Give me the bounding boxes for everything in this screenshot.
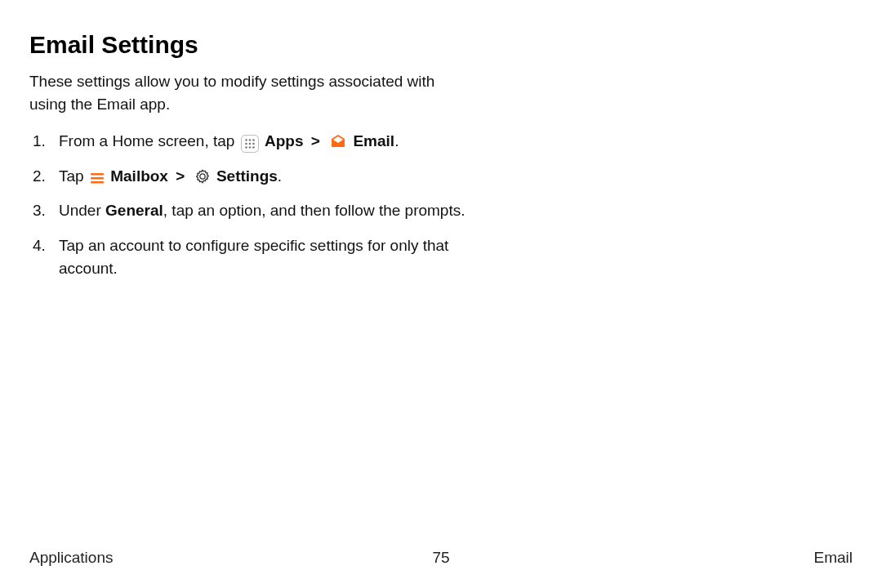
email-icon xyxy=(329,132,347,150)
step-1-period: . xyxy=(394,132,399,149)
steps-list: From a Home screen, tap Apps > xyxy=(29,130,487,281)
step-3-pre: Under xyxy=(59,202,105,219)
step-1-pre: From a Home screen, tap xyxy=(59,132,239,149)
step-2-pre: Tap xyxy=(59,167,88,185)
footer-right: Email xyxy=(813,549,853,567)
step-4: Tap an account to configure specific set… xyxy=(29,234,487,281)
svg-point-0 xyxy=(245,139,247,141)
email-label: Email xyxy=(353,132,394,149)
hamburger-icon xyxy=(90,172,105,185)
mailbox-label: Mailbox xyxy=(110,167,168,185)
svg-point-1 xyxy=(248,139,251,141)
svg-point-6 xyxy=(245,146,247,149)
svg-rect-11 xyxy=(91,181,104,183)
document-page: Email Settings These settings allow you … xyxy=(0,0,882,588)
footer-left: Applications xyxy=(29,549,113,567)
step-3-post: , tap an option, and then follow the pro… xyxy=(163,202,466,219)
step-2: Tap Mailbox > Settings. xyxy=(29,165,487,189)
page-footer: Applications 75 Email xyxy=(0,549,882,567)
gear-icon xyxy=(194,168,211,185)
step-2-period: . xyxy=(278,167,282,185)
settings-label: Settings xyxy=(216,167,278,185)
apps-label: Apps xyxy=(265,132,304,149)
page-title: Email Settings xyxy=(29,31,853,59)
svg-point-4 xyxy=(248,143,251,145)
chevron-right-icon: > xyxy=(176,167,185,185)
svg-point-3 xyxy=(245,143,247,145)
chevron-right-icon: > xyxy=(311,132,320,149)
svg-rect-10 xyxy=(91,177,104,179)
step-1: From a Home screen, tap Apps > xyxy=(29,130,487,154)
svg-point-8 xyxy=(252,146,255,149)
svg-rect-9 xyxy=(91,173,104,175)
svg-point-2 xyxy=(252,139,255,141)
page-number: 75 xyxy=(432,549,449,567)
intro-paragraph: These settings allow you to modify setti… xyxy=(29,70,454,115)
step-3: Under General, tap an option, and then f… xyxy=(29,199,487,223)
apps-icon xyxy=(241,135,259,153)
svg-point-7 xyxy=(248,146,251,149)
general-label: General xyxy=(105,202,163,219)
svg-point-5 xyxy=(252,143,255,145)
